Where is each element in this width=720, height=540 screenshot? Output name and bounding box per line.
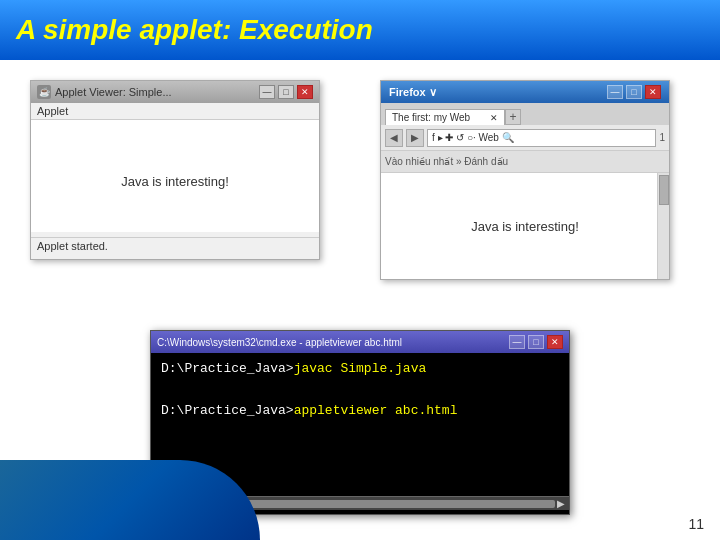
firefox-java-text: Java is interesting! bbox=[471, 219, 579, 234]
applet-minimize-button[interactable]: — bbox=[259, 85, 275, 99]
cmd-line-1-text: D:\Practice_Java>javac Simple.java bbox=[161, 361, 426, 376]
applet-menu-label: Applet bbox=[37, 105, 68, 117]
applet-titlebar: ☕ Applet Viewer: Simple... — □ ✕ bbox=[31, 81, 319, 103]
applet-icon: ☕ bbox=[37, 85, 51, 99]
applet-close-button[interactable]: ✕ bbox=[297, 85, 313, 99]
cmd-window-controls[interactable]: — □ ✕ bbox=[509, 335, 563, 349]
cmd-line-1: D:\Practice_Java>javac Simple.java bbox=[161, 361, 559, 376]
firefox-scrollbar-thumb[interactable] bbox=[659, 175, 669, 205]
slide-header: A simple applet: Execution bbox=[0, 0, 720, 60]
firefox-forward-button[interactable]: ▶ bbox=[406, 129, 424, 147]
cmd-titlebar: C:\Windows\system32\cmd.exe - appletview… bbox=[151, 331, 569, 353]
firefox-close-button[interactable]: ✕ bbox=[645, 85, 661, 99]
cmd-close-button[interactable]: ✕ bbox=[547, 335, 563, 349]
applet-title-left: ☕ Applet Viewer: Simple... bbox=[37, 85, 172, 99]
firefox-minimize-button[interactable]: — bbox=[607, 85, 623, 99]
firefox-back-button[interactable]: ◀ bbox=[385, 129, 403, 147]
slide-title: A simple applet: Execution bbox=[16, 14, 373, 46]
firefox-scrollbar[interactable] bbox=[657, 173, 669, 279]
cmd-line-3-text: D:\Practice_Java>appletviewer abc.html bbox=[161, 403, 457, 418]
firefox-addr-extra: 1 bbox=[659, 132, 665, 143]
cmd-title-text: C:\Windows\system32\cmd.exe - appletview… bbox=[157, 337, 402, 348]
applet-java-text: Java is interesting! bbox=[121, 174, 229, 189]
applet-menu[interactable]: Applet bbox=[31, 103, 319, 120]
bottom-decoration bbox=[0, 460, 260, 540]
applet-body: Java is interesting! bbox=[31, 120, 319, 232]
applet-window-controls[interactable]: — □ ✕ bbox=[259, 85, 313, 99]
firefox-tab-close[interactable]: ✕ bbox=[490, 113, 498, 123]
firefox-tab-bar[interactable]: The first: my Web ✕ + bbox=[381, 103, 669, 125]
cmd-maximize-button[interactable]: □ bbox=[528, 335, 544, 349]
cmd-scroll-right-arrow[interactable]: ▶ bbox=[555, 498, 567, 509]
firefox-title-text: Firefox ∨ bbox=[389, 86, 437, 99]
cmd-minimize-button[interactable]: — bbox=[509, 335, 525, 349]
cmd-line-2 bbox=[161, 382, 559, 397]
applet-status: Applet started. bbox=[31, 237, 319, 259]
slide-content: ☕ Applet Viewer: Simple... — □ ✕ Applet … bbox=[0, 60, 720, 540]
applet-viewer-window: ☕ Applet Viewer: Simple... — □ ✕ Applet … bbox=[30, 80, 320, 260]
firefox-window: Firefox ∨ — □ ✕ The first: my Web ✕ + ◀ … bbox=[380, 80, 670, 280]
firefox-tab-label: The first: my Web bbox=[392, 112, 470, 123]
firefox-maximize-button[interactable]: □ bbox=[626, 85, 642, 99]
firefox-active-tab[interactable]: The first: my Web ✕ bbox=[385, 109, 505, 125]
firefox-bookmarks-text: Vào nhiều nhất » Đánh dấu bbox=[385, 156, 508, 167]
page-number: 11 bbox=[688, 516, 704, 532]
firefox-body: Java is interesting! bbox=[381, 173, 669, 279]
cmd-line-3: D:\Practice_Java>appletviewer abc.html bbox=[161, 403, 559, 418]
firefox-new-tab-button[interactable]: + bbox=[505, 109, 521, 125]
firefox-toolbar: Vào nhiều nhất » Đánh dấu bbox=[381, 151, 669, 173]
firefox-titlebar: Firefox ∨ — □ ✕ bbox=[381, 81, 669, 103]
applet-title-text: Applet Viewer: Simple... bbox=[55, 86, 172, 98]
applet-maximize-button[interactable]: □ bbox=[278, 85, 294, 99]
firefox-window-controls[interactable]: — □ ✕ bbox=[607, 85, 661, 99]
firefox-address-input[interactable] bbox=[427, 129, 656, 147]
firefox-addressbar[interactable]: ◀ ▶ 1 bbox=[381, 125, 669, 151]
